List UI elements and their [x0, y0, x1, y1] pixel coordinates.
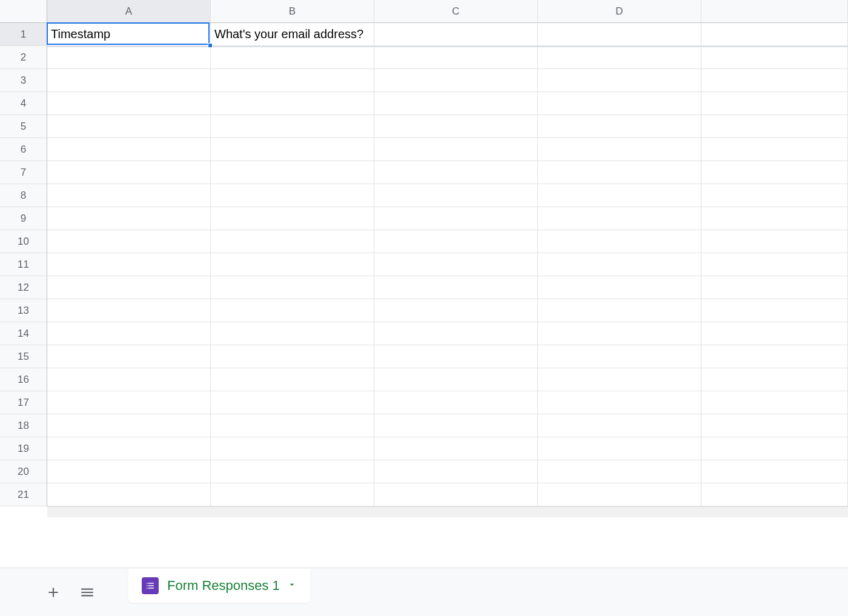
cell-col49[interactable] [701, 207, 848, 230]
cell-A6[interactable] [47, 138, 211, 161]
cell-B19[interactable] [211, 437, 374, 460]
row-header-13[interactable]: 13 [0, 299, 47, 322]
row-header-10[interactable]: 10 [0, 230, 47, 253]
cell-B12[interactable] [211, 276, 374, 299]
cell-col417[interactable] [701, 391, 848, 414]
cell-C14[interactable] [374, 322, 538, 345]
cell-C16[interactable] [374, 368, 538, 391]
cell-B7[interactable] [211, 161, 374, 184]
cell-col418[interactable] [701, 414, 848, 437]
cell-C15[interactable] [374, 345, 538, 368]
cell-D5[interactable] [538, 115, 701, 138]
cell-C12[interactable] [374, 276, 538, 299]
cell-B6[interactable] [211, 138, 374, 161]
cell-col415[interactable] [701, 345, 848, 368]
cell-B1[interactable]: What's your email address? [211, 23, 374, 46]
cell-A21[interactable] [47, 483, 211, 506]
cell-B10[interactable] [211, 230, 374, 253]
cell-A14[interactable] [47, 322, 211, 345]
cell-A20[interactable] [47, 460, 211, 483]
cell-B8[interactable] [211, 184, 374, 207]
cell-C17[interactable] [374, 391, 538, 414]
cell-C3[interactable] [374, 69, 538, 92]
cell-D6[interactable] [538, 138, 701, 161]
cell-C21[interactable] [374, 483, 538, 506]
cell-A15[interactable] [47, 345, 211, 368]
row-header-21[interactable]: 21 [0, 483, 47, 506]
row-header-15[interactable]: 15 [0, 345, 47, 368]
row-header-18[interactable]: 18 [0, 414, 47, 437]
cell-col43[interactable] [701, 69, 848, 92]
cell-col46[interactable] [701, 138, 848, 161]
column-header-A[interactable]: A [47, 0, 211, 23]
row-header-2[interactable]: 2 [0, 46, 47, 69]
cell-col41[interactable] [701, 23, 848, 46]
horizontal-scrollbar[interactable] [47, 506, 848, 517]
cell-D21[interactable] [538, 483, 701, 506]
cell-A2[interactable] [47, 46, 211, 69]
cell-B17[interactable] [211, 391, 374, 414]
cell-C4[interactable] [374, 92, 538, 115]
row-header-11[interactable]: 11 [0, 253, 47, 276]
cell-D20[interactable] [538, 460, 701, 483]
cell-col411[interactable] [701, 253, 848, 276]
cell-D17[interactable] [538, 391, 701, 414]
cell-D11[interactable] [538, 253, 701, 276]
cell-D19[interactable] [538, 437, 701, 460]
cell-A1[interactable]: Timestamp [47, 23, 211, 46]
cell-col47[interactable] [701, 161, 848, 184]
cell-B9[interactable] [211, 207, 374, 230]
cell-C13[interactable] [374, 299, 538, 322]
cell-col420[interactable] [701, 460, 848, 483]
cell-C8[interactable] [374, 184, 538, 207]
cell-C5[interactable] [374, 115, 538, 138]
cell-B13[interactable] [211, 299, 374, 322]
cell-C10[interactable] [374, 230, 538, 253]
cell-B20[interactable] [211, 460, 374, 483]
cell-A9[interactable] [47, 207, 211, 230]
cell-D2[interactable] [538, 46, 701, 69]
all-sheets-button[interactable] [70, 575, 104, 609]
row-header-12[interactable]: 12 [0, 276, 47, 299]
column-header-C[interactable]: C [374, 0, 538, 23]
cell-C11[interactable] [374, 253, 538, 276]
row-header-5[interactable]: 5 [0, 115, 47, 138]
cell-col412[interactable] [701, 276, 848, 299]
row-header-17[interactable]: 17 [0, 391, 47, 414]
row-header-16[interactable]: 16 [0, 368, 47, 391]
cell-D3[interactable] [538, 69, 701, 92]
column-header-B[interactable]: B [211, 0, 374, 23]
cell-col416[interactable] [701, 368, 848, 391]
cell-D15[interactable] [538, 345, 701, 368]
cell-A4[interactable] [47, 92, 211, 115]
row-header-20[interactable]: 20 [0, 460, 47, 483]
row-header-6[interactable]: 6 [0, 138, 47, 161]
cell-D10[interactable] [538, 230, 701, 253]
cell-B2[interactable] [211, 46, 374, 69]
add-sheet-button[interactable] [36, 575, 70, 609]
cell-D4[interactable] [538, 92, 701, 115]
cell-D1[interactable] [538, 23, 701, 46]
row-header-8[interactable]: 8 [0, 184, 47, 207]
cell-col44[interactable] [701, 92, 848, 115]
fill-handle[interactable] [208, 43, 213, 48]
cell-A19[interactable] [47, 437, 211, 460]
cell-C20[interactable] [374, 460, 538, 483]
cell-A12[interactable] [47, 276, 211, 299]
row-header-14[interactable]: 14 [0, 322, 47, 345]
row-header-19[interactable]: 19 [0, 437, 47, 460]
cell-col45[interactable] [701, 115, 848, 138]
cell-C1[interactable] [374, 23, 538, 46]
cell-B4[interactable] [211, 92, 374, 115]
column-header-extra[interactable] [701, 0, 848, 23]
cell-col410[interactable] [701, 230, 848, 253]
cell-D8[interactable] [538, 184, 701, 207]
cell-B14[interactable] [211, 322, 374, 345]
cell-A10[interactable] [47, 230, 211, 253]
cell-A3[interactable] [47, 69, 211, 92]
cell-C2[interactable] [374, 46, 538, 69]
cell-col414[interactable] [701, 322, 848, 345]
cell-A16[interactable] [47, 368, 211, 391]
caret-down-icon[interactable] [287, 580, 297, 592]
cell-A18[interactable] [47, 414, 211, 437]
